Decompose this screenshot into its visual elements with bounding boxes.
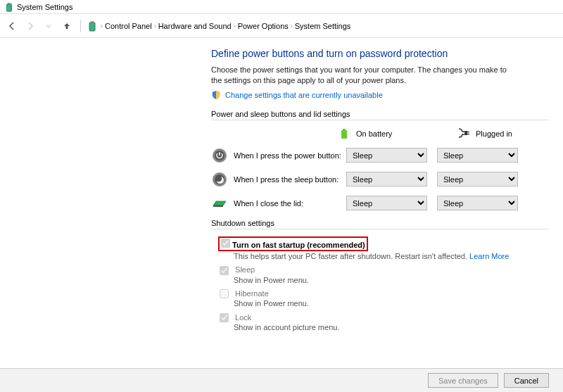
title-bar: System Settings	[0, 0, 563, 14]
shield-icon	[211, 90, 221, 100]
fast-startup-desc: This helps start your PC faster after sh…	[234, 251, 549, 261]
sleep-desc: Show in Power menu.	[234, 275, 549, 285]
fast-startup-option: This helps start your PC faster after sh…	[220, 251, 549, 261]
chevron-right-icon[interactable]: ›	[101, 23, 103, 30]
sleep-button-row: When I press the sleep button: Sleep Sle…	[211, 171, 549, 188]
breadcrumb-item[interactable]: Hardware and Sound	[158, 22, 232, 30]
change-settings-link[interactable]: Change settings that are currently unava…	[225, 91, 383, 99]
sleep-button-plugged-select[interactable]: Sleep	[437, 172, 518, 186]
power-button-plugged-select[interactable]: Sleep	[437, 148, 518, 163]
plugged-in-header: Plugged in	[457, 127, 535, 140]
svg-rect-5	[93, 21, 94, 23]
on-battery-label: On battery	[356, 129, 392, 138]
lock-option: Lock Show in account picture menu.	[220, 312, 549, 333]
nav-bar: › Control Panel › Hardware and Sound › P…	[0, 14, 563, 38]
fast-startup-label: Turn on fast startup (recommended)	[232, 241, 365, 249]
hibernate-label: Hibernate	[235, 289, 269, 298]
close-lid-battery-select[interactable]: Sleep	[346, 196, 427, 210]
breadcrumb-item[interactable]: Control Panel	[105, 22, 152, 30]
cancel-button[interactable]: Cancel	[504, 373, 549, 388]
breadcrumb: › Control Panel › Hardware and Sound › P…	[101, 22, 350, 30]
sleep-button-battery-select[interactable]: Sleep	[346, 172, 427, 186]
forward-button[interactable]	[23, 18, 38, 34]
sleep-button-icon	[211, 171, 228, 188]
recent-dropdown[interactable]	[41, 18, 56, 34]
lock-desc: Show in account picture menu.	[234, 322, 549, 332]
power-button-icon	[211, 147, 228, 164]
close-lid-plugged-select[interactable]: Sleep	[437, 196, 518, 210]
hibernate-checkbox	[220, 289, 229, 298]
back-button[interactable]	[4, 18, 20, 34]
on-battery-header: On battery	[338, 127, 415, 140]
shutdown-section: Shutdown settings Turn on fast startup (…	[211, 219, 549, 333]
sleep-button-label: When I press the sleep button:	[234, 175, 346, 184]
page-description: Choose the power settings that you want …	[211, 65, 514, 86]
battery-icon	[338, 127, 350, 140]
sleep-checkbox	[220, 266, 229, 275]
highlight-box: Turn on fast startup (recommended)	[218, 236, 368, 251]
change-settings-line: Change settings that are currently unava…	[211, 90, 549, 100]
svg-rect-4	[91, 21, 92, 23]
hibernate-option: Hibernate Show in Power menu.	[220, 289, 549, 309]
up-button[interactable]	[59, 18, 75, 34]
content-area: Define power buttons and turn on passwor…	[0, 38, 549, 333]
svg-rect-8	[465, 131, 467, 135]
svg-rect-1	[8, 2, 8, 4]
power-button-battery-select[interactable]: Sleep	[346, 148, 427, 163]
svg-rect-3	[89, 23, 95, 31]
power-options-icon	[4, 2, 14, 12]
close-lid-label: When I close the lid:	[234, 199, 346, 208]
svg-rect-7	[343, 129, 346, 130]
chevron-right-icon: ›	[291, 23, 293, 30]
power-button-row: When I press the power button: Sleep Sle…	[211, 147, 549, 164]
svg-rect-6	[341, 130, 347, 139]
svg-rect-0	[7, 4, 12, 11]
lock-checkbox	[220, 313, 229, 322]
plug-icon	[457, 127, 470, 140]
chevron-right-icon: ›	[154, 23, 156, 30]
svg-rect-2	[9, 2, 10, 4]
hibernate-desc: Show in Power menu.	[234, 298, 549, 308]
close-lid-row: When I close the lid: Sleep Sleep	[211, 195, 549, 212]
column-headers: On battery Plugged in	[338, 127, 549, 140]
nav-separator	[80, 20, 81, 32]
learn-more-link[interactable]: Learn More	[469, 252, 509, 260]
shutdown-section-header: Shutdown settings	[211, 219, 549, 229]
window-title: System Settings	[17, 3, 72, 11]
save-changes-button[interactable]: Save changes	[428, 373, 498, 388]
breadcrumb-item[interactable]: System Settings	[295, 22, 350, 30]
chevron-right-icon: ›	[234, 23, 236, 30]
page-heading: Define power buttons and turn on passwor…	[211, 48, 549, 59]
footer-bar: Save changes Cancel	[0, 368, 563, 392]
breadcrumb-item[interactable]: Power Options	[238, 22, 289, 30]
fast-startup-checkbox	[221, 239, 230, 248]
power-options-icon	[87, 20, 98, 32]
buttons-section-header: Power and sleep buttons and lid settings	[211, 110, 549, 120]
sleep-label: Sleep	[235, 265, 255, 274]
power-button-label: When I press the power button:	[234, 151, 346, 160]
laptop-lid-icon	[211, 195, 228, 212]
lock-label: Lock	[235, 313, 251, 322]
plugged-in-label: Plugged in	[476, 129, 512, 138]
sleep-option: Sleep Show in Power menu.	[220, 265, 549, 285]
